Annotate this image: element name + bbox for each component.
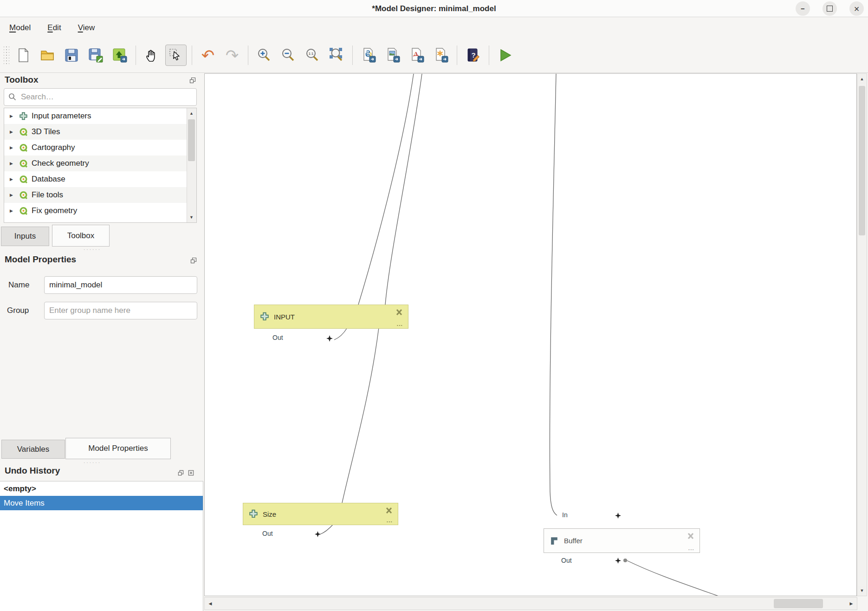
run-model-button[interactable] <box>494 45 516 66</box>
toolbar-drag-handle[interactable] <box>4 46 9 65</box>
expand-arrow-icon[interactable] <box>10 130 16 134</box>
scrollbar-thumb[interactable] <box>774 599 823 608</box>
node-title: Buffer <box>564 537 583 545</box>
undo-history-close-button[interactable] <box>187 469 195 477</box>
export-image-button[interactable] <box>382 45 403 66</box>
output-socket-icon[interactable] <box>623 558 628 563</box>
toolbox-item-label: File tools <box>32 190 63 200</box>
window-title: *Model Designer: minimal_model <box>0 0 868 17</box>
toolbox-item-database[interactable]: Database <box>4 171 196 187</box>
save-as-icon <box>88 47 104 63</box>
canvas-vertical-scrollbar[interactable] <box>857 73 867 596</box>
toolbox-item-input-parameters[interactable]: Input parameters <box>4 108 196 124</box>
splitter-handle[interactable]: ······ <box>84 460 101 465</box>
expand-arrow-icon[interactable] <box>10 177 16 182</box>
close-icon <box>854 4 860 13</box>
expand-port-icon[interactable] <box>615 513 621 519</box>
undo-button[interactable] <box>197 45 219 66</box>
splitter-handle[interactable]: ······ <box>84 247 101 252</box>
menu-view[interactable]: View <box>76 22 97 33</box>
scrollbar-thumb[interactable] <box>859 86 865 235</box>
maximize-button[interactable] <box>823 1 837 16</box>
undo-item-empty[interactable]: <empty> <box>0 481 203 496</box>
scroll-left-icon[interactable]: ◀ <box>205 598 215 609</box>
menu-edit[interactable]: Edit <box>45 22 63 33</box>
node-options-dots-icon[interactable] <box>387 520 393 524</box>
save-model-in-project-button[interactable] <box>109 45 130 66</box>
qgis-icon <box>19 128 28 136</box>
save-model-button[interactable] <box>61 45 82 66</box>
wire-top-to-input-b <box>385 74 422 305</box>
expand-arrow-icon[interactable] <box>10 114 16 118</box>
toolbox-item-check-geometry[interactable]: Check geometry <box>4 156 196 171</box>
save-model-as-button[interactable] <box>85 45 106 66</box>
export-python-button[interactable] <box>358 45 379 66</box>
toolbar-separator <box>352 46 353 65</box>
expand-port-icon[interactable] <box>315 531 321 537</box>
edit-help-button[interactable]: ? <box>462 45 484 66</box>
expand-port-icon[interactable] <box>615 558 621 564</box>
toolbox-item-file-tools[interactable]: File tools <box>4 187 196 203</box>
node-size-parameter[interactable]: Size <box>243 503 398 525</box>
undo-history-float-button[interactable] <box>177 469 185 477</box>
export-svg-button[interactable] <box>430 45 452 66</box>
node-options-dots-icon[interactable] <box>397 323 403 327</box>
zoom-in-icon <box>256 47 272 63</box>
expand-port-icon[interactable] <box>326 335 333 342</box>
new-model-button[interactable] <box>13 45 34 66</box>
model-name-input[interactable] <box>44 276 197 294</box>
model-properties-float-button[interactable] <box>189 256 197 264</box>
toolbox-tree-scrollbar[interactable] <box>187 108 196 222</box>
wire-top-to-buffer-in <box>550 74 557 515</box>
model-canvas[interactable]: INPUT Out Size Out In <box>204 73 857 596</box>
remove-node-icon[interactable] <box>385 507 393 514</box>
remove-node-icon[interactable] <box>395 309 403 316</box>
remove-node-icon[interactable] <box>687 533 695 540</box>
open-model-button[interactable] <box>37 45 58 66</box>
toolbox-item-cartography[interactable]: Cartography <box>4 140 196 156</box>
titlebar: *Model Designer: minimal_model <box>0 0 868 17</box>
select-move-button[interactable] <box>165 45 187 66</box>
expand-arrow-icon[interactable] <box>10 161 16 166</box>
pan-hand-icon <box>144 47 160 63</box>
scroll-down-icon[interactable] <box>858 586 866 595</box>
node-input-parameter[interactable]: INPUT <box>254 305 408 329</box>
scroll-down-icon[interactable] <box>187 213 196 222</box>
group-field-label: Group <box>7 306 29 315</box>
close-button[interactable] <box>849 1 864 16</box>
toolbox-item-fix-geometry[interactable]: Fix geometry <box>4 203 196 219</box>
export-pdf-button[interactable]: A <box>406 45 428 66</box>
tab-model-properties[interactable]: Model Properties <box>65 438 171 459</box>
undo-item-move-items[interactable]: Move Items <box>0 496 203 510</box>
search-input[interactable] <box>4 88 197 106</box>
tab-inputs[interactable]: Inputs <box>1 227 49 246</box>
size-out-port-label: Out <box>262 530 273 537</box>
model-group-input[interactable] <box>44 302 197 319</box>
expand-arrow-icon[interactable] <box>10 193 16 197</box>
expand-arrow-icon[interactable] <box>10 145 16 150</box>
menubar: Model Edit View <box>0 18 868 38</box>
redo-button[interactable] <box>221 45 243 66</box>
tab-variables[interactable]: Variables <box>1 440 65 459</box>
node-buffer-algorithm[interactable]: Buffer <box>544 528 700 553</box>
toolbox-float-button[interactable] <box>188 76 196 84</box>
scrollbar-thumb[interactable] <box>188 119 195 161</box>
name-field-label: Name <box>8 280 29 290</box>
toolbox-item-3d-tiles[interactable]: 3D Tiles <box>4 124 196 140</box>
tab-toolbox[interactable]: Toolbox <box>52 225 110 247</box>
pan-button[interactable] <box>141 45 162 66</box>
node-options-dots-icon[interactable] <box>688 547 694 552</box>
wire-top-to-input-a <box>358 74 414 305</box>
zoom-out-button[interactable] <box>278 45 299 66</box>
zoom-full-button[interactable] <box>326 45 347 66</box>
save-in-project-icon <box>112 47 128 63</box>
scroll-right-icon[interactable]: ▶ <box>846 598 856 609</box>
expand-arrow-icon[interactable] <box>10 208 16 213</box>
zoom-in-button[interactable] <box>253 45 275 66</box>
zoom-actual-button[interactable]: 1:1 <box>302 45 323 66</box>
scroll-up-icon[interactable] <box>858 74 866 84</box>
scroll-up-icon[interactable] <box>187 109 196 118</box>
menu-model[interactable]: Model <box>7 22 32 33</box>
minimize-button[interactable] <box>796 1 810 16</box>
canvas-horizontal-scrollbar[interactable]: ◀ ▶ <box>204 597 857 610</box>
